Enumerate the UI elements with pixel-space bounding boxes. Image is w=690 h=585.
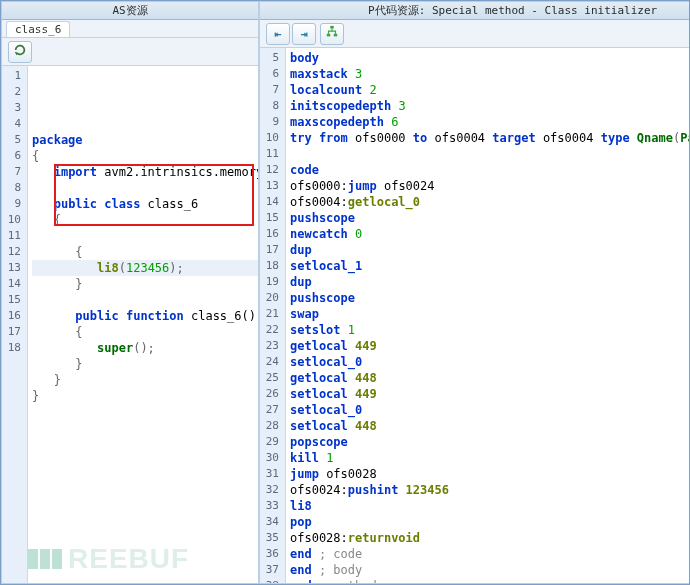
code-line[interactable]: initscopedepth 3 (290, 98, 690, 114)
left-titlebar: AS资源 (2, 2, 258, 20)
prev-brace-button[interactable]: ⇤ (266, 23, 290, 45)
code-line[interactable]: li8(123456); (32, 260, 258, 276)
code-line[interactable]: } (32, 388, 258, 404)
left-editor[interactable]: 123456789101112131415161718 REEBUF packa… (2, 66, 258, 583)
code-line[interactable]: dup (290, 242, 690, 258)
refresh-button[interactable] (8, 41, 32, 63)
code-line[interactable]: } (32, 356, 258, 372)
code-line[interactable] (32, 404, 258, 420)
svg-rect-2 (334, 34, 338, 37)
svg-rect-0 (330, 26, 334, 29)
code-line[interactable]: popscope (290, 434, 690, 450)
left-tab-strip: class_6 (2, 20, 258, 38)
left-code[interactable]: REEBUF package{ import avm2.intrinsics.m… (28, 66, 258, 583)
code-line[interactable]: ofs0004:getlocal_0 (290, 194, 690, 210)
left-pane: AS资源 class_6 123456789101112131415161718… (1, 1, 259, 584)
code-line[interactable]: pop (290, 514, 690, 530)
code-line[interactable]: kill 1 (290, 450, 690, 466)
code-line[interactable]: { (32, 244, 258, 260)
code-line[interactable]: try from ofs0000 to ofs0004 target ofs00… (290, 130, 690, 146)
code-line[interactable]: public function class_6() (32, 308, 258, 324)
left-toolbar (2, 38, 258, 66)
code-line[interactable]: localcount 2 (290, 82, 690, 98)
code-line[interactable]: getlocal 449 (290, 338, 690, 354)
code-line[interactable]: { (32, 148, 258, 164)
code-line[interactable]: end ; method (290, 578, 690, 583)
code-line[interactable]: body (290, 50, 690, 66)
code-line[interactable]: setslot 1 (290, 322, 690, 338)
code-line[interactable]: dup (290, 274, 690, 290)
code-line[interactable] (32, 228, 258, 244)
next-brace-button[interactable]: ⇥ (292, 23, 316, 45)
code-line[interactable]: newcatch 0 (290, 226, 690, 242)
code-line[interactable]: code (290, 162, 690, 178)
tab-class-6[interactable]: class_6 (6, 21, 70, 37)
code-line[interactable]: package (32, 132, 258, 148)
code-line[interactable]: end ; body (290, 562, 690, 578)
code-line[interactable]: swap (290, 306, 690, 322)
code-line[interactable]: pushscope (290, 290, 690, 306)
code-line[interactable]: pushscope (290, 210, 690, 226)
refresh-icon (13, 43, 27, 60)
code-line[interactable]: } (32, 276, 258, 292)
code-line[interactable]: setlocal_0 (290, 354, 690, 370)
code-line[interactable]: { (32, 212, 258, 228)
right-code[interactable]: bodymaxstack 3localcount 2initscopedepth… (286, 48, 690, 583)
code-line[interactable]: setlocal_0 (290, 402, 690, 418)
right-pane: P代码资源: Special method - Class initialize… (259, 1, 690, 584)
graph-button[interactable] (320, 23, 344, 45)
code-line[interactable]: } (32, 372, 258, 388)
code-line[interactable]: setlocal 448 (290, 418, 690, 434)
code-line[interactable]: import avm2.intrinsics.memory.li8; (32, 164, 258, 180)
code-line[interactable]: setlocal_1 (290, 258, 690, 274)
code-line[interactable]: maxstack 3 (290, 66, 690, 82)
watermark-freebuf: REEBUF (28, 549, 189, 569)
code-line[interactable]: ofs0028:returnvoid (290, 530, 690, 546)
code-line[interactable]: jump ofs0028 (290, 466, 690, 482)
right-editor[interactable]: 5678910111213141516171819202122232425262… (260, 48, 690, 583)
code-line[interactable]: setlocal 449 (290, 386, 690, 402)
curly-right-icon: ⇥ (300, 27, 307, 41)
right-titlebar: P代码资源: Special method - Class initialize… (260, 2, 690, 20)
svg-rect-1 (327, 34, 331, 37)
code-line[interactable] (290, 146, 690, 162)
code-line[interactable]: public class class_6 (32, 196, 258, 212)
right-toolbar: ⇤ ⇥ (260, 20, 690, 48)
code-line[interactable]: end ; code (290, 546, 690, 562)
graph-icon (325, 25, 339, 42)
curly-left-icon: ⇤ (274, 27, 281, 41)
code-line[interactable] (32, 180, 258, 196)
code-line[interactable] (32, 292, 258, 308)
left-gutter: 123456789101112131415161718 (2, 66, 28, 583)
code-line[interactable]: super(); (32, 340, 258, 356)
code-line[interactable]: { (32, 324, 258, 340)
code-line[interactable]: li8 (290, 498, 690, 514)
code-line[interactable]: ofs0024:pushint 123456 (290, 482, 690, 498)
code-line[interactable]: getlocal 448 (290, 370, 690, 386)
code-line[interactable]: ofs0000:jump ofs0024 (290, 178, 690, 194)
right-gutter: 5678910111213141516171819202122232425262… (260, 48, 286, 583)
code-line[interactable]: maxscopedepth 6 (290, 114, 690, 130)
